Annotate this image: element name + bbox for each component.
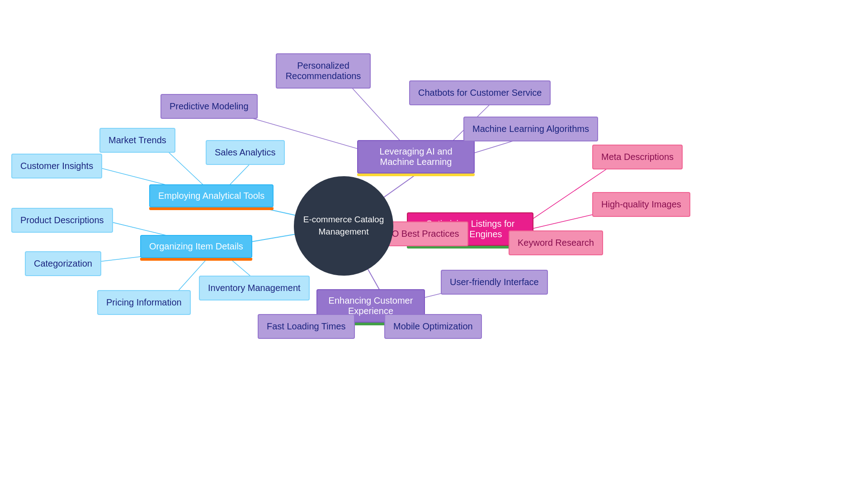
categorization-label: Categorization xyxy=(34,258,92,269)
personalized-recommendations-label: Personalized Recommendations xyxy=(285,61,362,81)
predictive-modeling-label: Predictive Modeling xyxy=(170,101,249,112)
user-friendly-interface-label: User-friendly Interface xyxy=(450,277,539,287)
keyword-research-node[interactable]: Keyword Research xyxy=(509,230,603,255)
product-descriptions-label: Product Descriptions xyxy=(20,215,104,225)
organizing-item-details-node[interactable]: Organizing Item Details xyxy=(140,235,252,261)
sales-analytics-node[interactable]: Sales Analytics xyxy=(206,140,285,165)
inventory-management-label: Inventory Management xyxy=(208,283,301,293)
high-quality-images-label: High-quality Images xyxy=(601,199,681,210)
pricing-information-label: Pricing Information xyxy=(106,297,182,308)
market-trends-node[interactable]: Market Trends xyxy=(99,128,175,153)
categorization-node[interactable]: Categorization xyxy=(25,251,101,276)
customer-insights-label: Customer Insights xyxy=(20,161,93,171)
mobile-optimization-label: Mobile Optimization xyxy=(393,321,473,332)
machine-learning-algorithms-node[interactable]: Machine Learning Algorithms xyxy=(463,117,598,141)
machine-learning-algorithms-label: Machine Learning Algorithms xyxy=(472,124,589,134)
leveraging-ai-label: Leveraging AI and Machine Learning xyxy=(366,146,466,167)
employing-analytical-tools-node[interactable]: Employing Analytical Tools xyxy=(149,184,274,210)
employing-analytical-tools-label: Employing Analytical Tools xyxy=(158,191,264,201)
sales-analytics-label: Sales Analytics xyxy=(215,147,276,158)
inventory-management-node[interactable]: Inventory Management xyxy=(199,276,310,300)
product-descriptions-node[interactable]: Product Descriptions xyxy=(11,208,113,233)
high-quality-images-node[interactable]: High-quality Images xyxy=(592,192,690,217)
chatbots-customer-service-node[interactable]: Chatbots for Customer Service xyxy=(409,80,551,105)
personalized-recommendations-node[interactable]: Personalized Recommendations xyxy=(276,53,371,89)
fast-loading-times-node[interactable]: Fast Loading Times xyxy=(258,314,355,339)
enhancing-customer-experience-label: Enhancing Customer Experience xyxy=(326,296,416,316)
fast-loading-times-label: Fast Loading Times xyxy=(267,321,346,332)
center-node: E-commerce CatalogManagement xyxy=(294,176,393,276)
customer-insights-node[interactable]: Customer Insights xyxy=(11,154,102,178)
chatbots-customer-service-label: Chatbots for Customer Service xyxy=(418,88,542,98)
user-friendly-interface-node[interactable]: User-friendly Interface xyxy=(441,270,548,295)
leveraging-ai-node[interactable]: Leveraging AI and Machine Learning xyxy=(357,140,475,176)
market-trends-label: Market Trends xyxy=(108,135,166,145)
organizing-item-details-label: Organizing Item Details xyxy=(149,241,243,252)
keyword-research-label: Keyword Research xyxy=(518,238,594,248)
meta-descriptions-label: Meta Descriptions xyxy=(601,152,674,162)
center-node-label: E-commerce CatalogManagement xyxy=(299,209,388,242)
mobile-optimization-node[interactable]: Mobile Optimization xyxy=(384,314,482,339)
meta-descriptions-node[interactable]: Meta Descriptions xyxy=(592,145,683,169)
predictive-modeling-node[interactable]: Predictive Modeling xyxy=(160,94,258,119)
pricing-information-node[interactable]: Pricing Information xyxy=(97,290,191,315)
